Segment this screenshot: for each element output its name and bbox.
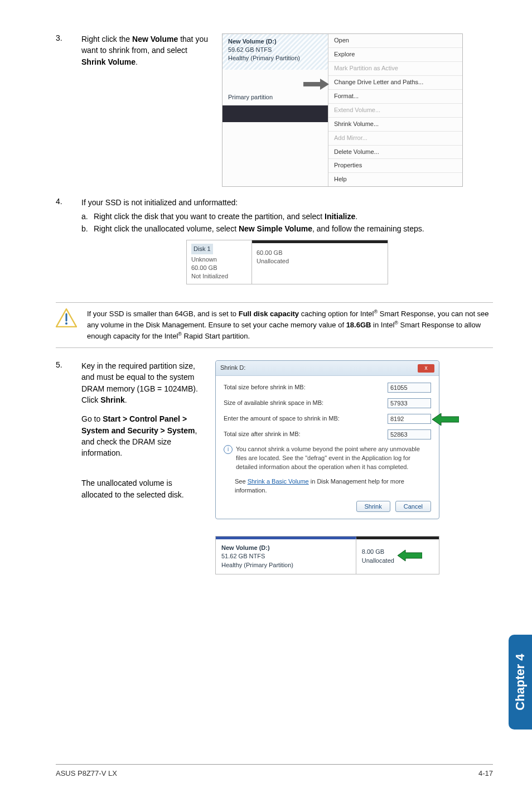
field-available-label: Size of available shrink space in MB: [224,399,323,408]
disk1-screenshot: Disk 1 Unknown 60.00 GB Not Initialized … [186,240,388,284]
warning-icon [56,308,77,327]
field-available-value: 57933 [388,398,431,408]
step-4-b: b.Right click the unallocated volume, se… [81,223,493,234]
step-number: 4. [56,197,81,206]
field-enter-amount-label: Enter the amount of space to shrink in M… [224,414,340,423]
primary-partition-label: Primary partition [228,93,273,102]
volume-block: New Volume (D:) 59.62 GB NTFS Healthy (P… [223,34,328,70]
cancel-button[interactable]: Cancel [395,501,431,512]
page-footer: ASUS P8Z77-V LX 4-17 [56,764,493,777]
help-link-row: See Shrink a Basic Volume in Disk Manage… [235,477,431,495]
dialog-title: Shrink D: [220,364,245,373]
step-4-a: a.Right click the disk that you want to … [81,211,493,222]
field-total-before-label: Total size before shrink in MB: [224,383,306,392]
warning-note: If your SSD is smaller than 64GB, and is… [56,302,493,349]
menu-help[interactable]: Help [328,173,462,186]
footer-page-number: 4-17 [478,769,493,777]
menu-mark-active: Mark Partition as Active [328,62,462,76]
step-4: 4. If your SSD is not initialized and un… [56,197,493,292]
green-arrow-icon [398,549,422,564]
step-number: 3. [56,33,81,42]
info-icon: i [224,445,233,454]
shrink-help-link[interactable]: Shrink a Basic Volume [248,478,309,485]
menu-format[interactable]: Format... [328,90,462,104]
step-3-text: Right click the New Volume that you want… [81,33,210,67]
green-arrow-icon [432,412,459,429]
pointer-arrow-icon [303,79,329,93]
step-5-p3: The unallocated volume is allocated to t… [81,477,203,500]
partition-result-screenshot: New Volume (D:) 51.62 GB NTFS Healthy (P… [215,536,439,574]
step-number: 5. [56,360,81,369]
step-5-p1: Key in the required partition size, and … [81,360,203,405]
menu-extend: Extend Volume... [328,104,462,118]
svg-point-3 [65,322,67,325]
step-5: 5. Key in the required partition size, a… [56,360,493,574]
menu-delete[interactable]: Delete Volume... [328,146,462,160]
chapter-tab: Chapter 4 [509,635,532,729]
menu-explore[interactable]: Explore [328,48,462,62]
shrink-dialog-screenshot: Shrink D: x Total size before shrink in … [215,360,439,519]
shrink-button[interactable]: Shrink [356,501,390,512]
field-total-after-value: 52863 [388,429,431,439]
field-total-after-label: Total size after shrink in MB: [224,430,301,439]
field-total-before-value: 61055 [388,383,431,393]
result-vol-title: New Volume (D:) [221,544,350,552]
step-5-p2: Go to Start > Control Panel > System and… [81,413,203,458]
menu-change-letter[interactable]: Change Drive Letter and Paths... [328,76,462,90]
menu-shrink[interactable]: Shrink Volume... [328,118,462,132]
step-3: 3. Right click the New Volume that you w… [56,33,493,187]
disk-icon: Disk 1 [191,244,213,254]
menu-properties[interactable]: Properties [328,159,462,173]
field-enter-amount-input[interactable]: 8192 [388,414,431,424]
footer-product: ASUS P8Z77-V LX [56,769,117,777]
context-menu-screenshot: New Volume (D:) 59.62 GB NTFS Healthy (P… [222,33,463,187]
menu-add-mirror: Add Mirror... [328,132,462,146]
svg-marker-0 [303,79,329,90]
note-text: If your SSD is smaller than 64GB, and is… [87,308,493,342]
svg-marker-5 [398,550,422,561]
close-icon[interactable]: x [418,364,434,373]
info-text: You cannot shrink a volume beyond the po… [236,445,431,472]
menu-open[interactable]: Open [328,34,462,48]
step-4-intro: If your SSD is not initialized and unfor… [81,197,493,208]
svg-marker-4 [432,413,459,426]
